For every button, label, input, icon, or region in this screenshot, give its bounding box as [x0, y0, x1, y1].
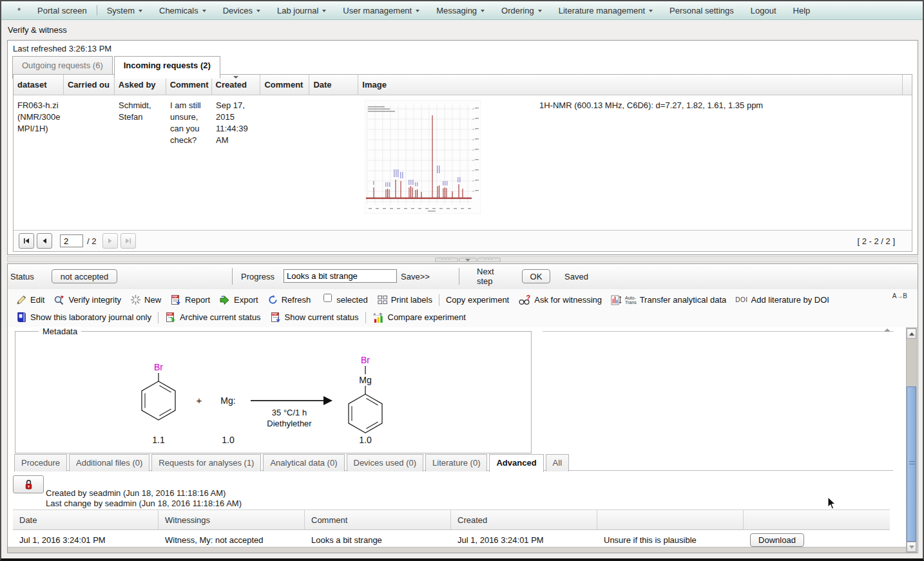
scroll-up-button[interactable] [907, 328, 916, 339]
print-labels-button[interactable]: Print labels [372, 294, 437, 305]
col-dataset[interactable]: dataset [14, 75, 64, 95]
add-literature-by-doi-label: Add literature by DOI [751, 295, 829, 305]
product-br-label: Br [361, 355, 370, 365]
menu-literature-management[interactable]: Literature management [550, 1, 661, 19]
conditions-line1: 35 °C/1 h [272, 408, 307, 417]
ask-for-witnessing-label: Ask for witnessing [534, 295, 602, 305]
nmr-spectrum-thumbnail[interactable] [365, 100, 481, 214]
horizontal-splitter[interactable]: ··· ··· [7, 256, 918, 262]
wcol-date[interactable]: Date [13, 510, 159, 529]
last-page-button[interactable] [120, 233, 136, 249]
next-step-label: Next step [477, 267, 506, 286]
scroll-up-icon [909, 332, 914, 336]
tab-all[interactable]: All [546, 454, 569, 471]
tab-incoming-requests[interactable]: Incoming requests (2) [114, 56, 220, 79]
tab-devices-used[interactable]: Devices used (0) [347, 454, 424, 471]
page-number-input[interactable] [60, 234, 83, 247]
menu-user-management[interactable]: User management [334, 1, 428, 19]
new-button[interactable]: New [126, 294, 166, 305]
reactant-br-label: Br [154, 362, 163, 372]
show-journal-only-button[interactable]: Show this laboratory journal only [12, 312, 156, 323]
wcol-note[interactable] [597, 510, 744, 529]
splitter-grip-2[interactable]: ··· [477, 258, 501, 262]
col-carried-out[interactable]: Carried ou [64, 75, 115, 95]
dropdown-arrow-icon [202, 10, 206, 12]
splitter-collapse-button[interactable] [459, 258, 477, 262]
refresh-button[interactable]: Refresh [263, 294, 316, 305]
product-mg-label: Mg [359, 375, 371, 385]
tab-analytical-data[interactable]: Analytical data (0) [263, 454, 344, 471]
print-labels-label: Print labels [391, 295, 432, 305]
menu-devices-label: Devices [223, 6, 253, 15]
show-current-status-label: Show current status [285, 312, 359, 322]
compare-experiment-button[interactable]: A→B Compare experiment [368, 311, 470, 323]
wcol-actions[interactable] [744, 510, 890, 529]
show-current-status-button[interactable]: PDF Show current status [265, 312, 363, 323]
verify-integrity-button[interactable]: Verify integrity [49, 294, 126, 306]
copy-experiment-button[interactable]: Copy experiment [441, 295, 514, 305]
transfer-analytical-data-button[interactable]: Auto-Trans Transfer analytical data [606, 294, 731, 306]
first-page-button[interactable] [19, 233, 34, 249]
edit-button[interactable]: Edit [12, 294, 49, 305]
lock-button[interactable] [13, 475, 44, 493]
verify-integrity-icon [53, 294, 65, 306]
wcell-comment: Looks a bit strange [305, 535, 451, 545]
archive-current-status-icon: PDF [165, 312, 177, 323]
save-label[interactable]: Save>> [401, 272, 430, 281]
collapse-triangle-icon[interactable] [884, 328, 890, 332]
status-divider [232, 268, 233, 285]
tab-requests-for-analyses[interactable]: Requests for analyses (1) [151, 454, 261, 471]
menu-home[interactable]: * [9, 1, 29, 19]
selected-label: selected [336, 295, 367, 305]
add-literature-by-doi-button[interactable]: DOI Add literature by DOI [731, 295, 834, 305]
menu-system[interactable]: System [99, 1, 151, 19]
refresh-label: Refresh [282, 295, 311, 305]
prev-page-button[interactable] [37, 233, 52, 249]
wcol-witnessings[interactable]: Witnessings [159, 510, 305, 529]
splitter-grip[interactable]: ··· [435, 258, 458, 262]
menu-personal-settings[interactable]: Personal settings [661, 1, 742, 19]
menu-devices[interactable]: Devices [215, 1, 269, 19]
report-button[interactable]: PDF Report [166, 294, 215, 306]
menu-ordering[interactable]: Ordering [493, 1, 550, 19]
tab-procedure[interactable]: Procedure [14, 454, 67, 471]
ask-for-witnessing-button[interactable]: ? Ask for witnessing [514, 294, 606, 306]
show-journal-only-label: Show this laboratory journal only [30, 312, 151, 322]
wcell-note: Unsure if this is plausible [597, 535, 744, 545]
col-comment-2[interactable]: Comment [260, 75, 309, 95]
download-button[interactable]: Download [750, 533, 804, 547]
menu-portal-screen[interactable]: Portal screen [29, 1, 95, 19]
ok-button[interactable]: OK [522, 269, 550, 283]
cell-image: 1H-NMR (600.13 MHz, C6D6): d=7.27, 1.82,… [359, 95, 904, 233]
dropdown-arrow-icon [139, 10, 142, 12]
toolbar-separator-2 [158, 312, 159, 323]
report-label: Report [185, 295, 210, 305]
export-button[interactable]: Export [215, 294, 263, 306]
wcol-created[interactable]: Created [451, 510, 597, 529]
tab-additional-files[interactable]: Additional files (0) [69, 454, 149, 471]
copy-experiment-label: Copy experiment [446, 295, 509, 305]
next-page-button[interactable] [102, 233, 118, 249]
vertical-scrollbar[interactable] [906, 328, 917, 553]
request-row[interactable]: FR063-h.zi (NMR/300e MPI/1H) Schmidt, St… [14, 95, 912, 233]
archive-current-status-button[interactable]: PDF Archive current status [160, 312, 265, 323]
selected-checkbox[interactable] [323, 294, 332, 302]
menu-logout[interactable]: Logout [742, 1, 785, 19]
progress-input[interactable] [284, 269, 397, 283]
col-date[interactable]: Date [309, 75, 358, 95]
menu-lab-journal[interactable]: Lab journal [269, 1, 334, 19]
scroll-down-button[interactable] [907, 542, 916, 552]
status-value-button[interactable]: not accepted [52, 269, 117, 283]
menu-chemicals[interactable]: Chemicals [151, 1, 215, 19]
tab-advanced[interactable]: Advanced [489, 454, 543, 472]
experiment-detail-pane: Metadata Br 1.1 + Mg: 1.0 [8, 327, 907, 553]
wcol-comment[interactable]: Comment [305, 510, 451, 529]
col-created-label: Created [216, 80, 247, 90]
scrollbar-thumb[interactable] [907, 386, 916, 542]
lock-icon [24, 479, 34, 491]
tab-literature[interactable]: Literature (0) [425, 454, 487, 471]
last-change-text: Last change by seadmin (Jun 18, 2016 11:… [46, 499, 242, 508]
menu-help[interactable]: Help [785, 1, 819, 19]
col-image[interactable]: Image [358, 75, 903, 95]
menu-messaging[interactable]: Messaging [428, 1, 493, 19]
